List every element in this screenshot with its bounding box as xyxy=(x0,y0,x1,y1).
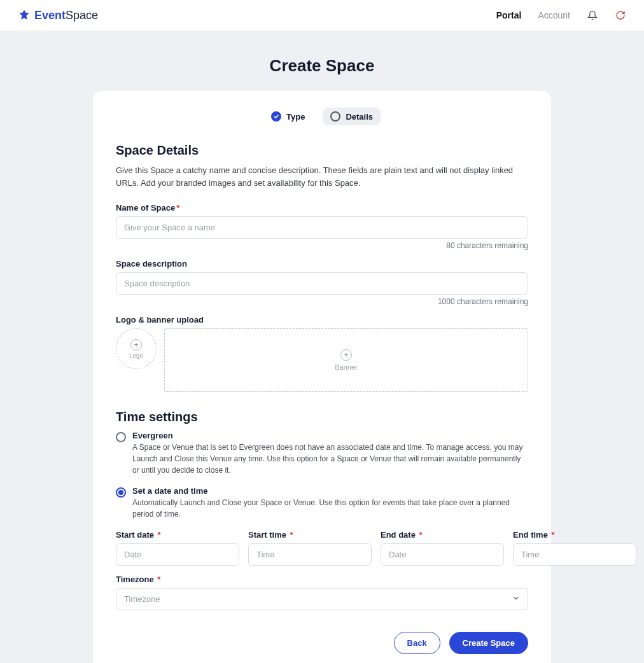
description-label: Space description xyxy=(116,259,528,269)
space-details-desc: Give this Space a catchy name and concis… xyxy=(116,164,528,189)
end-time-input[interactable] xyxy=(513,543,636,566)
time-settings-heading: Time settings xyxy=(116,410,528,424)
page-body: Create Space Type Details Space Details … xyxy=(0,31,644,663)
step-type[interactable]: Type xyxy=(263,108,312,125)
logo-caption: Logo xyxy=(129,352,143,359)
description-field: Space description 1000 characters remain… xyxy=(116,259,528,306)
brand-mark-icon xyxy=(18,9,31,22)
start-time-label: Start time * xyxy=(248,530,372,540)
name-helper: 80 characters remaining xyxy=(116,241,528,250)
evergreen-desc: A Space or Venue that is set to Evergree… xyxy=(132,442,528,476)
name-field: Name of Space* 80 characters remaining xyxy=(116,203,528,250)
logo-upload[interactable]: + Logo xyxy=(116,328,157,369)
start-date-input[interactable] xyxy=(116,543,239,566)
brand-logo[interactable]: EventSpace xyxy=(18,9,98,22)
start-date-label: Start date * xyxy=(116,530,239,540)
end-time-label: End time * xyxy=(513,530,636,540)
check-circle-icon xyxy=(271,111,281,122)
form-actions: Back Create Space xyxy=(116,632,528,654)
timezone-label: Timezone * xyxy=(116,575,528,584)
step-details-label: Details xyxy=(346,112,373,122)
upload-field: Logo & banner upload + Logo + Banner xyxy=(116,315,528,392)
date-time-row: Start date * Start time * End date * End… xyxy=(116,530,528,566)
start-time-input[interactable] xyxy=(248,543,372,566)
end-date-input[interactable] xyxy=(381,543,504,566)
description-input[interactable] xyxy=(116,272,528,295)
radio-evergreen[interactable]: Evergreen A Space or Venue that is set t… xyxy=(116,431,528,476)
form-card: Type Details Space Details Give this Spa… xyxy=(93,91,551,663)
end-date-label: End date * xyxy=(381,530,504,540)
create-space-button[interactable]: Create Space xyxy=(449,632,528,654)
timezone-field: Timezone * xyxy=(116,575,528,610)
plus-icon: + xyxy=(340,349,352,361)
step-type-label: Type xyxy=(286,112,305,122)
top-nav: Portal Account xyxy=(496,10,626,21)
refresh-icon[interactable] xyxy=(615,10,626,21)
nav-portal[interactable]: Portal xyxy=(496,10,522,20)
timezone-select[interactable] xyxy=(116,588,528,610)
banner-caption: Banner xyxy=(335,363,357,371)
bell-icon[interactable] xyxy=(587,10,598,21)
description-helper: 1000 characters remaining xyxy=(116,297,528,306)
radio-icon xyxy=(116,432,126,442)
radio-icon xyxy=(116,487,126,498)
empty-circle-icon xyxy=(330,111,340,122)
scheduled-desc: Automatically Launch and Close your Spac… xyxy=(132,497,528,520)
evergreen-title: Evergreen xyxy=(132,431,528,440)
name-label: Name of Space* xyxy=(116,203,528,213)
nav-account[interactable]: Account xyxy=(538,10,570,20)
stepper: Type Details xyxy=(116,108,528,125)
page-title: Create Space xyxy=(0,56,644,76)
top-header: EventSpace Portal Account xyxy=(0,0,644,31)
banner-upload[interactable]: + Banner xyxy=(164,328,528,392)
radio-scheduled[interactable]: Set a date and time Automatically Launch… xyxy=(116,486,528,520)
step-details[interactable]: Details xyxy=(323,108,381,125)
name-input[interactable] xyxy=(116,216,528,239)
plus-icon: + xyxy=(130,339,142,351)
upload-label: Logo & banner upload xyxy=(116,315,528,325)
brand-text: EventSpace xyxy=(34,9,98,22)
back-button[interactable]: Back xyxy=(394,632,440,654)
scheduled-title: Set a date and time xyxy=(132,486,528,496)
space-details-heading: Space Details xyxy=(116,143,528,158)
